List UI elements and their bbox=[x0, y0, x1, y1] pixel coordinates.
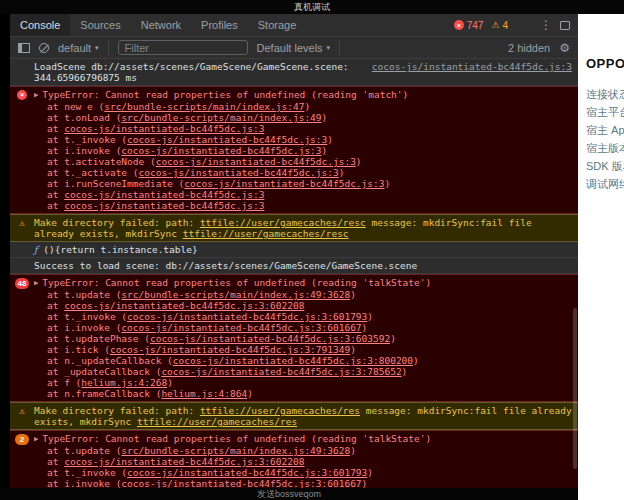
message-text: at bbox=[47, 456, 64, 467]
message-text: ) bbox=[362, 478, 368, 488]
context-selector[interactable]: default ▾ bbox=[58, 42, 99, 54]
source-link[interactable]: src/bundle-scripts/main/index.js:49:3628 bbox=[121, 445, 350, 456]
source-link[interactable]: cocos-js/instantiated-bc44f5dc.js:3 bbox=[64, 123, 264, 134]
console-sidebar-toggle-icon[interactable] bbox=[18, 43, 30, 53]
toolbar-separator bbox=[339, 41, 340, 55]
source-link[interactable]: cocos-js/instantiated-bc44f5dc.js:3 bbox=[127, 134, 327, 145]
source-link[interactable]: cocos-js/instantiated-bc44f5dc.js:3:6016… bbox=[121, 478, 361, 488]
stack-frame: at t.activateNode (cocos-js/instantiated… bbox=[34, 156, 572, 167]
expand-caret-icon[interactable]: ▶ bbox=[34, 279, 38, 287]
settings-gear-icon[interactable]: ⚙ bbox=[559, 41, 570, 55]
sidebar-item[interactable]: 宿主 Ap bbox=[586, 121, 624, 139]
expand-caret-icon[interactable]: ▶ bbox=[34, 435, 38, 443]
message-text: ) bbox=[327, 134, 333, 145]
stack-frame: at cocos-js/instantiated-bc44f5dc.js:3:6… bbox=[34, 300, 572, 311]
message-body: cocos-js/instantiated-bc44f5dc.js:3LoadS… bbox=[34, 61, 572, 83]
clear-console-icon[interactable] bbox=[39, 43, 49, 53]
source-link[interactable]: cocos-js/instantiated-bc44f5dc.js:3:8002… bbox=[173, 355, 413, 366]
hidden-messages-count: 2 hidden bbox=[508, 42, 550, 54]
repeat-count-badge: 2 bbox=[15, 434, 29, 445]
sidebar-item[interactable]: 调试网络 bbox=[586, 175, 624, 193]
message-text: at t.updatePhase ( bbox=[47, 333, 150, 344]
message-text: ) bbox=[322, 145, 328, 156]
tabbar-right-controls: × 747 ⚠ 4 ⋮ bbox=[454, 14, 578, 36]
message-main-line: ▶TypeError: Cannot read properties of un… bbox=[34, 89, 572, 101]
source-link[interactable]: cocos-js/instantiated-bc44f5dc.js:3:7856… bbox=[161, 366, 401, 377]
dock-side-icon[interactable] bbox=[560, 21, 570, 30]
source-link[interactable]: cocos-js/instantiated-bc44f5dc.js:3:7913… bbox=[110, 344, 350, 355]
message-text: at _updateCallback ( bbox=[47, 366, 161, 377]
more-options-icon[interactable]: ⋮ bbox=[540, 18, 552, 32]
warning-count-badge[interactable]: ⚠ 4 bbox=[491, 20, 508, 31]
source-link[interactable]: helium.js:4:864 bbox=[161, 388, 247, 399]
console-message-error: 48▶TypeError: Cannot read properties of … bbox=[10, 274, 578, 402]
bottom-bar: 发送bossveqom bbox=[0, 488, 578, 500]
tab-console[interactable]: Console bbox=[10, 14, 70, 36]
tab-storage[interactable]: Storage bbox=[248, 14, 307, 36]
source-link[interactable]: cocos-js/instantiated-bc44f5dc.js:3 bbox=[64, 200, 264, 211]
console-message-warning: ⚠Make directory failed: path: ttfile://u… bbox=[10, 214, 578, 242]
source-link[interactable]: cocos-js/instantiated-bc44f5dc.js:3 bbox=[156, 156, 356, 167]
message-body: Make directory failed: path: ttfile://us… bbox=[34, 217, 572, 239]
source-link[interactable]: helium.js:4:268 bbox=[81, 377, 167, 388]
message-text: at new e ( bbox=[47, 101, 104, 112]
message-text: ) bbox=[339, 167, 345, 178]
console-message-log: Success to load scene: db://assets/scene… bbox=[10, 258, 578, 274]
stack-frame: at _updateCallback (cocos-js/instantiate… bbox=[34, 366, 572, 377]
console-message-error: ×▶TypeError: Cannot read properties of u… bbox=[10, 86, 578, 214]
sidebar-item[interactable]: 连接状态 bbox=[586, 85, 624, 103]
context-selector-label: default bbox=[58, 42, 91, 54]
stack-frame: at n._updateCallback (cocos-js/instantia… bbox=[34, 355, 572, 366]
log-levels-selector[interactable]: Default levels ▾ bbox=[257, 42, 331, 54]
log-levels-label: Default levels bbox=[257, 42, 323, 54]
stack-frame: at cocos-js/instantiated-bc44f5dc.js:3 bbox=[34, 123, 572, 134]
tab-sources[interactable]: Sources bbox=[70, 14, 130, 36]
error-count-badge[interactable]: × 747 bbox=[454, 20, 484, 31]
source-link[interactable]: cocos-js/instantiated-bc44f5dc.js:3 bbox=[184, 178, 384, 189]
chevron-down-icon: ▾ bbox=[95, 44, 99, 52]
message-text: at f ( bbox=[47, 377, 81, 388]
sidebar-item[interactable]: SDK 版本 bbox=[586, 157, 624, 175]
source-link[interactable]: ttfile://user/gamecaches/resc bbox=[183, 228, 349, 239]
error-count: 747 bbox=[467, 20, 484, 31]
window-titlebar: 真机调试 bbox=[0, 0, 624, 14]
source-link[interactable]: cocos-js/instantiated-bc44f5dc.js:3:6017… bbox=[127, 467, 367, 478]
source-link[interactable]: src/bundle-scripts/main/index.js:47 bbox=[104, 101, 304, 112]
stack-frame: at t._invoke (cocos-js/instantiated-bc44… bbox=[34, 467, 572, 478]
source-link[interactable]: cocos-js/instantiated-bc44f5dc.js:3:6016… bbox=[121, 322, 361, 333]
source-link[interactable]: cocos-js/instantiated-bc44f5dc.js:3 bbox=[139, 167, 339, 178]
warning-icon: ⚠ bbox=[491, 20, 499, 30]
debug-sidebar: OPPO 连接状态宿主平台宿主 Ap宿主版本SDK 版本调试网络 bbox=[578, 14, 624, 500]
source-link[interactable]: cocos-js/instantiated-bc44f5dc.js:3:6022… bbox=[64, 300, 304, 311]
tab-network[interactable]: Network bbox=[131, 14, 191, 36]
sidebar-item[interactable]: 宿主平台 bbox=[586, 103, 624, 121]
devtools-tabs: ConsoleSourcesNetworkProfilesStorage bbox=[10, 14, 306, 36]
source-link[interactable]: cocos-js/instantiated-bc44f5dc.js:3 bbox=[64, 189, 264, 200]
warning-icon: ⚠ bbox=[19, 218, 24, 229]
message-text: ) bbox=[350, 445, 356, 456]
sidebar-item[interactable]: 宿主版本 bbox=[586, 139, 624, 157]
message-text: ) bbox=[356, 156, 362, 167]
source-link[interactable]: cocos-js/instantiated-bc44f5dc.js:3:6017… bbox=[127, 311, 367, 322]
source-link[interactable]: src/bundle-scripts/main/index.js:49:3628 bbox=[121, 289, 350, 300]
message-text: at t._invoke ( bbox=[47, 134, 127, 145]
tab-profiles[interactable]: Profiles bbox=[191, 14, 248, 36]
warning-count: 4 bbox=[502, 20, 508, 31]
message-text: at i.invoke ( bbox=[47, 478, 121, 488]
console-message-error: 2▶TypeError: Cannot read properties of u… bbox=[10, 430, 578, 488]
expand-caret-icon[interactable]: ▶ bbox=[34, 91, 38, 99]
scrollbar-thumb[interactable] bbox=[573, 308, 577, 469]
source-link[interactable]: ttfile://user/gamecaches/resc bbox=[200, 217, 366, 228]
repeat-count-badge: 48 bbox=[15, 278, 30, 289]
source-link[interactable]: src/bundle-scripts/main/index.js:49 bbox=[121, 112, 321, 123]
source-link[interactable]: cocos-js/instantiated-bc44f5dc.js:3 bbox=[121, 145, 321, 156]
message-main-line: ƒ (){return t.instance.table} bbox=[34, 244, 572, 255]
source-link[interactable]: ttfile://user/gamecaches/res bbox=[200, 405, 360, 416]
sidebar-title: OPPO bbox=[586, 56, 624, 71]
source-link[interactable]: cocos-js/instantiated-bc44f5dc.js:3 bbox=[372, 61, 572, 72]
message-text: at t.activateNode ( bbox=[47, 156, 156, 167]
source-link[interactable]: cocos-js/instantiated-bc44f5dc.js:3:6022… bbox=[64, 456, 304, 467]
filter-input[interactable] bbox=[118, 40, 248, 55]
source-link[interactable]: ttfile://user/gamecaches/res bbox=[137, 416, 297, 427]
source-link[interactable]: cocos-js/instantiated-bc44f5dc.js:3:6035… bbox=[150, 333, 390, 344]
